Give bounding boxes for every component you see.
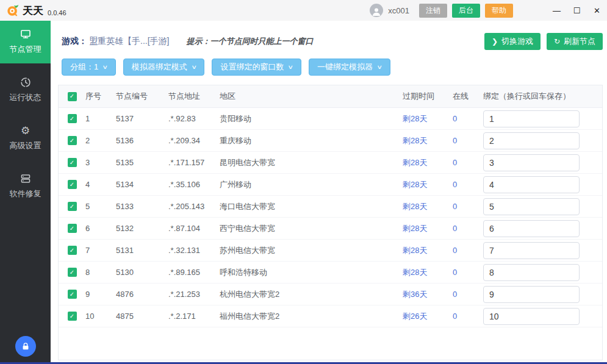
row-checkbox[interactable]: ✓	[68, 202, 77, 211]
row-expire-time: 剩28天	[403, 223, 453, 234]
sidebar-item-run-status[interactable]: 运行状态	[0, 69, 51, 112]
row-expire-time: 剩28天	[403, 113, 453, 124]
row-index: 2	[85, 136, 116, 145]
row-checkbox[interactable]: ✓	[68, 158, 77, 167]
row-node-address: .*.171.157	[168, 158, 220, 167]
check-icon: ✓	[70, 138, 74, 144]
check-icon: ✓	[70, 291, 74, 298]
row-index: 6	[85, 224, 116, 233]
bind-toolbar: 分组：1 ∨ 模拟器绑定模式 ∨ 设置绑定的窗口数 ∨ 一键绑定模拟器 ∨	[58, 59, 603, 76]
row-online-count: 0	[453, 114, 483, 123]
lock-button[interactable]	[15, 336, 36, 357]
one-key-bind-dropdown[interactable]: 一键绑定模拟器 ∨	[309, 59, 390, 76]
row-node-id: 5131	[116, 246, 168, 255]
sidebar-item-node-management[interactable]: 节点管理	[0, 21, 51, 63]
row-region: 贵阳移动	[220, 113, 403, 124]
bind-input[interactable]	[483, 308, 580, 325]
row-node-id: 5132	[116, 224, 168, 233]
app-version: 0.0.46	[48, 9, 66, 16]
game-toolbar: 游戏： 盟重英雄【手...[手游] 提示：一个节点同时只能上一个窗口 ❯ 切换游…	[58, 33, 603, 50]
check-icon: ✓	[70, 160, 74, 166]
emulator-bind-mode-dropdown[interactable]: 模拟器绑定模式 ∨	[123, 59, 205, 76]
bind-input[interactable]	[483, 242, 580, 259]
emulator-bind-mode-label: 模拟器绑定模式	[132, 62, 187, 73]
group-dropdown[interactable]: 分组：1 ∨	[62, 59, 116, 76]
row-node-id: 5135	[116, 158, 168, 167]
check-icon: ✓	[70, 93, 74, 99]
game-name: 盟重英雄【手...[手游]	[89, 36, 169, 47]
monitor-icon	[20, 29, 31, 40]
bind-input[interactable]	[483, 110, 580, 127]
table-row: ✓ 9 4876 .*.21.253 杭州电信大带宽2 剩36天 0	[59, 284, 602, 305]
bind-input[interactable]	[483, 198, 580, 215]
row-checkbox[interactable]: ✓	[68, 180, 77, 189]
col-header-address: 节点地址	[168, 91, 220, 102]
row-checkbox[interactable]: ✓	[68, 290, 77, 299]
row-online-count: 0	[453, 136, 483, 145]
row-node-id: 5133	[116, 202, 168, 211]
close-icon[interactable]: ✕	[587, 0, 607, 21]
backend-button[interactable]: 后台	[452, 4, 480, 18]
row-expire-time: 剩26天	[403, 311, 453, 322]
switch-game-button[interactable]: ❯ 切换游戏	[484, 33, 541, 50]
window-count-dropdown[interactable]: 设置绑定的窗口数 ∨	[212, 59, 301, 76]
lock-icon	[21, 341, 31, 351]
bind-input[interactable]	[483, 286, 580, 303]
check-icon: ✓	[70, 313, 74, 319]
table-row: ✓ 3 5135 .*.171.157 昆明电信大带宽 剩28天 0	[59, 152, 602, 174]
row-index: 3	[85, 158, 116, 167]
app-body: 节点管理 运行状态 ⚙ 高级设置	[0, 21, 607, 364]
col-header-bind: 绑定（换行或回车保存）	[483, 91, 602, 102]
row-online-count: 0	[453, 268, 483, 277]
sidebar-item-advanced-settings[interactable]: ⚙ 高级设置	[0, 117, 51, 160]
maximize-icon[interactable]: ☐	[567, 0, 587, 21]
sidebar-item-label: 高级设置	[10, 140, 41, 151]
row-checkbox[interactable]: ✓	[68, 224, 77, 233]
row-expire-time: 剩28天	[403, 201, 453, 212]
bind-input[interactable]	[483, 176, 580, 193]
row-index: 8	[85, 268, 116, 277]
user-avatar-icon	[370, 4, 383, 17]
bind-input[interactable]	[483, 154, 580, 171]
row-expire-time: 剩28天	[403, 267, 453, 278]
table-row: ✓ 5 5133 .*.205.143 海口电信大带宽 剩28天 0	[59, 196, 602, 218]
col-header-region: 地区	[220, 91, 403, 102]
row-region: 呼和浩特移动	[220, 267, 403, 278]
app-logo-icon	[6, 4, 20, 17]
minimize-icon[interactable]: —	[547, 0, 567, 21]
sidebar-item-software-repair[interactable]: 软件修复	[0, 165, 51, 208]
row-node-address: .*.89.165	[168, 268, 220, 277]
row-index: 9	[85, 290, 116, 299]
row-node-address: .*.209.34	[168, 136, 220, 145]
bind-input[interactable]	[483, 264, 580, 281]
table-row: ✓ 2 5136 .*.209.34 重庆移动 剩28天 0	[59, 130, 602, 152]
row-node-address: .*.205.143	[168, 202, 220, 211]
row-online-count: 0	[453, 224, 483, 233]
logout-button[interactable]: 注销	[419, 4, 447, 18]
gear-icon: ⚙	[20, 125, 31, 136]
row-expire-time: 剩28天	[403, 157, 453, 168]
row-region: 昆明电信大带宽	[220, 157, 403, 168]
row-node-address: .*.35.106	[168, 180, 220, 189]
sidebar: 节点管理 运行状态 ⚙ 高级设置	[0, 21, 51, 364]
col-header-online: 在线	[453, 91, 483, 102]
row-online-count: 0	[453, 312, 483, 321]
check-icon: ✓	[70, 269, 74, 276]
bind-input[interactable]	[483, 220, 580, 237]
row-checkbox[interactable]: ✓	[68, 114, 77, 123]
row-region: 杭州电信大带宽2	[220, 289, 403, 300]
row-node-id: 5136	[116, 136, 168, 145]
row-node-id: 5130	[116, 268, 168, 277]
row-node-id: 5134	[116, 180, 168, 189]
row-checkbox[interactable]: ✓	[68, 246, 77, 255]
row-checkbox[interactable]: ✓	[68, 136, 77, 145]
one-key-bind-label: 一键绑定模拟器	[317, 62, 373, 73]
help-button[interactable]: 帮助	[485, 4, 513, 18]
table-row: ✓ 1 5137 .*.92.83 贵阳移动 剩28天 0	[59, 108, 602, 130]
row-checkbox[interactable]: ✓	[68, 312, 77, 321]
row-checkbox[interactable]: ✓	[68, 268, 77, 277]
bind-input[interactable]	[483, 132, 580, 149]
select-all-checkbox[interactable]: ✓	[68, 92, 77, 101]
toolbar-actions: ❯ 切换游戏 ↻ 刷新节点	[484, 33, 603, 50]
refresh-nodes-button[interactable]: ↻ 刷新节点	[547, 33, 603, 50]
